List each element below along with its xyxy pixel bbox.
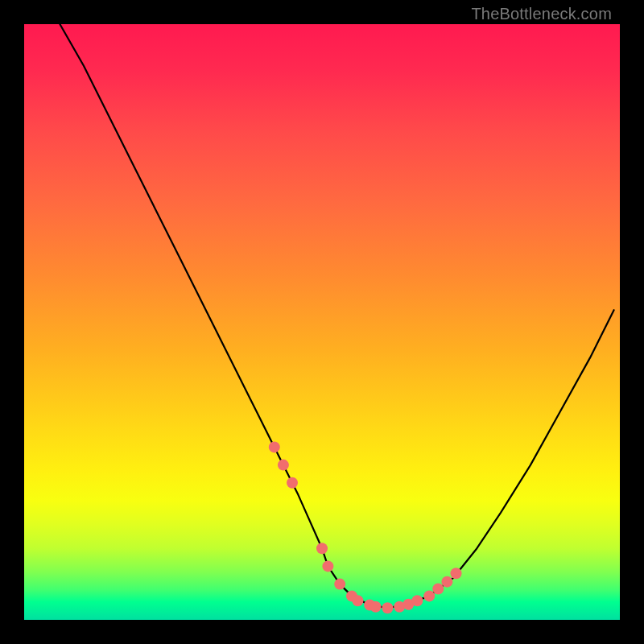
highlight-marker: [269, 441, 280, 452]
highlight-marker: [441, 576, 452, 588]
highlight-marker: [411, 595, 423, 606]
watermark-label: TheBottleneck.com: [471, 5, 612, 23]
highlight-marker: [278, 460, 289, 471]
bottleneck-curve: [60, 24, 613, 608]
highlight-marker: [382, 602, 393, 613]
highlight-marker: [352, 595, 363, 606]
highlight-marker: [370, 601, 382, 613]
highlight-marker: [287, 477, 298, 489]
chart-svg: [24, 24, 620, 620]
highlight-markers-group: [269, 441, 462, 613]
highlight-marker: [451, 568, 462, 579]
highlight-marker: [322, 560, 333, 572]
highlight-marker: [316, 543, 328, 554]
highlight-marker: [334, 579, 345, 590]
highlight-marker: [423, 590, 435, 601]
highlight-marker: [432, 584, 444, 595]
chart-plot-area: [24, 24, 620, 620]
